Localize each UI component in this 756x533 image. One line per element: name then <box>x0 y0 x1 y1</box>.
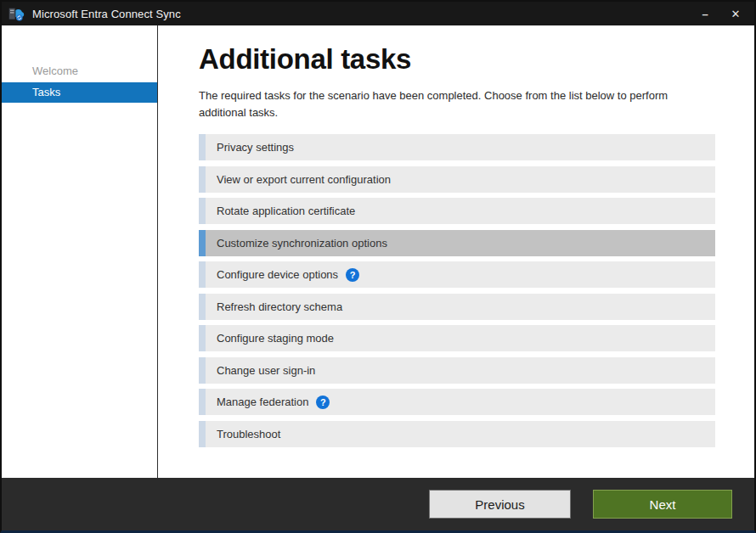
task-row[interactable]: Configure staging mode <box>199 325 715 351</box>
task-row[interactable]: Manage federation ? <box>199 389 715 415</box>
task-row[interactable]: Refresh directory schema <box>199 294 715 320</box>
task-row[interactable]: Configure device options ? <box>199 261 715 288</box>
task-row[interactable]: View or export current configuration <box>199 166 715 193</box>
task-label: Rotate application certificate <box>206 205 355 217</box>
task-label: Change user sign-in <box>206 364 315 377</box>
window-title: Microsoft Entra Connect Sync <box>32 8 181 20</box>
sidebar: WelcomeTasks <box>2 25 158 478</box>
task-label: Configure staging mode <box>206 332 334 345</box>
task-label: Refresh directory schema <box>206 300 342 313</box>
task-label: Configure device options <box>206 268 338 281</box>
row-accent-bar <box>199 134 206 160</box>
task-row[interactable]: Rotate application certificate <box>199 198 715 224</box>
row-accent-bar <box>199 421 206 447</box>
next-button[interactable]: Next <box>593 490 732 519</box>
row-accent-bar <box>199 230 206 256</box>
help-icon[interactable]: ? <box>316 396 330 409</box>
task-row[interactable]: Customize synchronization options <box>199 230 715 256</box>
row-accent-bar <box>199 294 206 320</box>
task-label: Manage federation <box>206 396 308 408</box>
page-title: Additional tasks <box>199 43 715 76</box>
footer-bar: Previous Next <box>2 478 754 530</box>
row-accent-bar <box>199 389 206 415</box>
row-accent-bar <box>199 357 206 384</box>
app-window: Microsoft Entra Connect Sync – ✕ Welcome… <box>0 0 756 533</box>
page-description: The required tasks for the scenario have… <box>199 87 681 121</box>
row-accent-bar <box>199 261 206 288</box>
previous-button[interactable]: Previous <box>429 490 571 519</box>
row-accent-bar <box>199 198 206 224</box>
row-accent-bar <box>199 325 206 351</box>
help-icon[interactable]: ? <box>346 268 359 282</box>
sidebar-item-welcome[interactable]: Welcome <box>2 61 157 81</box>
task-label: Privacy settings <box>206 141 294 154</box>
task-label: Customize synchronization options <box>206 237 387 250</box>
sidebar-item-tasks[interactable]: Tasks <box>2 82 157 103</box>
row-accent-bar <box>199 166 206 193</box>
app-icon <box>8 5 25 22</box>
task-label: Troubleshoot <box>206 428 280 440</box>
titlebar: Microsoft Entra Connect Sync – ✕ <box>2 2 754 25</box>
main-content: Additional tasks The required tasks for … <box>159 25 754 478</box>
task-row[interactable]: Change user sign-in <box>199 357 715 384</box>
task-label: View or export current configuration <box>206 173 391 186</box>
task-row[interactable]: Privacy settings <box>199 134 715 160</box>
task-row[interactable]: Troubleshoot <box>199 421 715 447</box>
minimize-icon[interactable]: – <box>690 2 720 25</box>
task-list: Privacy settings View or export current … <box>199 134 715 447</box>
close-icon[interactable]: ✕ <box>720 2 751 25</box>
